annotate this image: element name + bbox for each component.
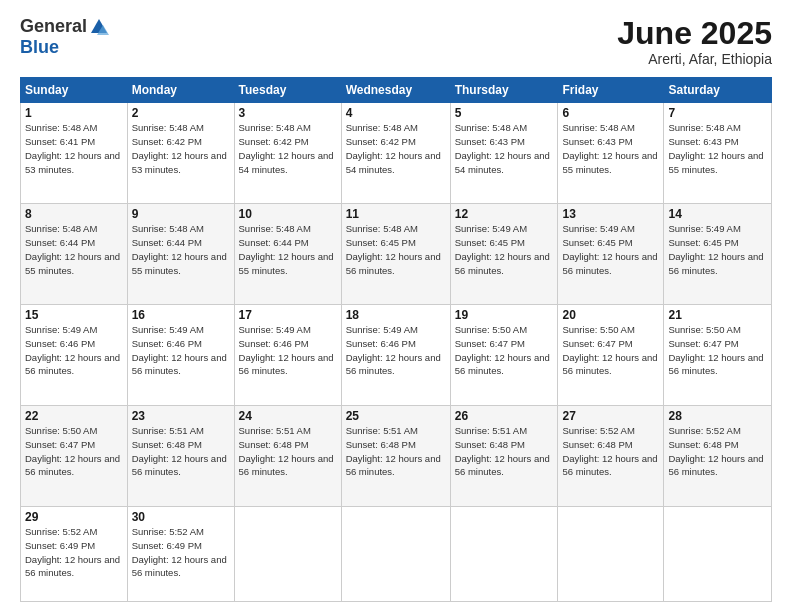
day-detail: Sunrise: 5:49 AMSunset: 6:45 PMDaylight:… [668,223,763,275]
table-cell [450,506,558,601]
table-cell: 27 Sunrise: 5:52 AMSunset: 6:48 PMDaylig… [558,405,664,506]
table-cell: 1 Sunrise: 5:48 AMSunset: 6:41 PMDayligh… [21,103,128,204]
table-cell: 23 Sunrise: 5:51 AMSunset: 6:48 PMDaylig… [127,405,234,506]
day-detail: Sunrise: 5:49 AMSunset: 6:46 PMDaylight:… [25,324,120,376]
header-tuesday: Tuesday [234,78,341,103]
table-cell: 30 Sunrise: 5:52 AMSunset: 6:49 PMDaylig… [127,506,234,601]
day-number: 16 [132,308,230,322]
weekday-header-row: Sunday Monday Tuesday Wednesday Thursday… [21,78,772,103]
logo-text-general: General [20,16,87,37]
day-detail: Sunrise: 5:48 AMSunset: 6:43 PMDaylight:… [455,122,550,174]
month-title: June 2025 [617,16,772,51]
day-detail: Sunrise: 5:49 AMSunset: 6:46 PMDaylight:… [239,324,334,376]
day-number: 11 [346,207,446,221]
page: General Blue June 2025 Arerti, Afar, Eth… [0,0,792,612]
table-cell: 21 Sunrise: 5:50 AMSunset: 6:47 PMDaylig… [664,305,772,406]
day-number: 21 [668,308,767,322]
day-number: 3 [239,106,337,120]
day-detail: Sunrise: 5:48 AMSunset: 6:44 PMDaylight:… [239,223,334,275]
table-cell [341,506,450,601]
day-detail: Sunrise: 5:49 AMSunset: 6:45 PMDaylight:… [455,223,550,275]
day-detail: Sunrise: 5:48 AMSunset: 6:43 PMDaylight:… [562,122,657,174]
day-detail: Sunrise: 5:48 AMSunset: 6:44 PMDaylight:… [132,223,227,275]
day-detail: Sunrise: 5:48 AMSunset: 6:45 PMDaylight:… [346,223,441,275]
table-cell: 4 Sunrise: 5:48 AMSunset: 6:42 PMDayligh… [341,103,450,204]
day-number: 27 [562,409,659,423]
day-number: 17 [239,308,337,322]
header-thursday: Thursday [450,78,558,103]
table-cell: 15 Sunrise: 5:49 AMSunset: 6:46 PMDaylig… [21,305,128,406]
logo-text-blue: Blue [20,37,59,58]
header-wednesday: Wednesday [341,78,450,103]
day-detail: Sunrise: 5:50 AMSunset: 6:47 PMDaylight:… [562,324,657,376]
day-detail: Sunrise: 5:52 AMSunset: 6:48 PMDaylight:… [668,425,763,477]
day-number: 24 [239,409,337,423]
day-number: 2 [132,106,230,120]
table-cell: 9 Sunrise: 5:48 AMSunset: 6:44 PMDayligh… [127,204,234,305]
location: Arerti, Afar, Ethiopia [617,51,772,67]
table-cell: 2 Sunrise: 5:48 AMSunset: 6:42 PMDayligh… [127,103,234,204]
day-detail: Sunrise: 5:50 AMSunset: 6:47 PMDaylight:… [455,324,550,376]
table-cell: 5 Sunrise: 5:48 AMSunset: 6:43 PMDayligh… [450,103,558,204]
day-number: 30 [132,510,230,524]
header-saturday: Saturday [664,78,772,103]
day-number: 6 [562,106,659,120]
table-cell [558,506,664,601]
day-detail: Sunrise: 5:52 AMSunset: 6:49 PMDaylight:… [25,526,120,578]
table-cell: 3 Sunrise: 5:48 AMSunset: 6:42 PMDayligh… [234,103,341,204]
day-detail: Sunrise: 5:49 AMSunset: 6:46 PMDaylight:… [132,324,227,376]
day-number: 9 [132,207,230,221]
table-cell: 7 Sunrise: 5:48 AMSunset: 6:43 PMDayligh… [664,103,772,204]
table-cell: 16 Sunrise: 5:49 AMSunset: 6:46 PMDaylig… [127,305,234,406]
table-cell: 13 Sunrise: 5:49 AMSunset: 6:45 PMDaylig… [558,204,664,305]
table-cell: 11 Sunrise: 5:48 AMSunset: 6:45 PMDaylig… [341,204,450,305]
day-number: 12 [455,207,554,221]
day-detail: Sunrise: 5:50 AMSunset: 6:47 PMDaylight:… [25,425,120,477]
table-cell: 6 Sunrise: 5:48 AMSunset: 6:43 PMDayligh… [558,103,664,204]
table-cell: 28 Sunrise: 5:52 AMSunset: 6:48 PMDaylig… [664,405,772,506]
table-cell: 14 Sunrise: 5:49 AMSunset: 6:45 PMDaylig… [664,204,772,305]
calendar-table: Sunday Monday Tuesday Wednesday Thursday… [20,77,772,602]
day-number: 29 [25,510,123,524]
day-number: 19 [455,308,554,322]
table-cell: 24 Sunrise: 5:51 AMSunset: 6:48 PMDaylig… [234,405,341,506]
day-detail: Sunrise: 5:52 AMSunset: 6:49 PMDaylight:… [132,526,227,578]
day-number: 25 [346,409,446,423]
day-detail: Sunrise: 5:48 AMSunset: 6:41 PMDaylight:… [25,122,120,174]
day-detail: Sunrise: 5:49 AMSunset: 6:45 PMDaylight:… [562,223,657,275]
day-number: 22 [25,409,123,423]
header-sunday: Sunday [21,78,128,103]
day-number: 10 [239,207,337,221]
day-number: 20 [562,308,659,322]
table-cell: 29 Sunrise: 5:52 AMSunset: 6:49 PMDaylig… [21,506,128,601]
day-detail: Sunrise: 5:48 AMSunset: 6:43 PMDaylight:… [668,122,763,174]
table-cell: 8 Sunrise: 5:48 AMSunset: 6:44 PMDayligh… [21,204,128,305]
header: General Blue June 2025 Arerti, Afar, Eth… [20,16,772,67]
day-detail: Sunrise: 5:51 AMSunset: 6:48 PMDaylight:… [455,425,550,477]
logo-icon [89,17,109,37]
day-number: 18 [346,308,446,322]
day-detail: Sunrise: 5:48 AMSunset: 6:42 PMDaylight:… [239,122,334,174]
table-cell: 12 Sunrise: 5:49 AMSunset: 6:45 PMDaylig… [450,204,558,305]
day-number: 28 [668,409,767,423]
day-detail: Sunrise: 5:48 AMSunset: 6:44 PMDaylight:… [25,223,120,275]
title-area: June 2025 Arerti, Afar, Ethiopia [617,16,772,67]
day-number: 23 [132,409,230,423]
header-friday: Friday [558,78,664,103]
day-number: 8 [25,207,123,221]
table-cell: 25 Sunrise: 5:51 AMSunset: 6:48 PMDaylig… [341,405,450,506]
table-cell: 26 Sunrise: 5:51 AMSunset: 6:48 PMDaylig… [450,405,558,506]
day-number: 5 [455,106,554,120]
day-number: 1 [25,106,123,120]
day-number: 26 [455,409,554,423]
day-detail: Sunrise: 5:51 AMSunset: 6:48 PMDaylight:… [239,425,334,477]
logo: General Blue [20,16,111,58]
day-number: 4 [346,106,446,120]
day-number: 14 [668,207,767,221]
table-cell: 19 Sunrise: 5:50 AMSunset: 6:47 PMDaylig… [450,305,558,406]
day-number: 15 [25,308,123,322]
header-monday: Monday [127,78,234,103]
day-detail: Sunrise: 5:49 AMSunset: 6:46 PMDaylight:… [346,324,441,376]
day-detail: Sunrise: 5:50 AMSunset: 6:47 PMDaylight:… [668,324,763,376]
table-cell: 17 Sunrise: 5:49 AMSunset: 6:46 PMDaylig… [234,305,341,406]
